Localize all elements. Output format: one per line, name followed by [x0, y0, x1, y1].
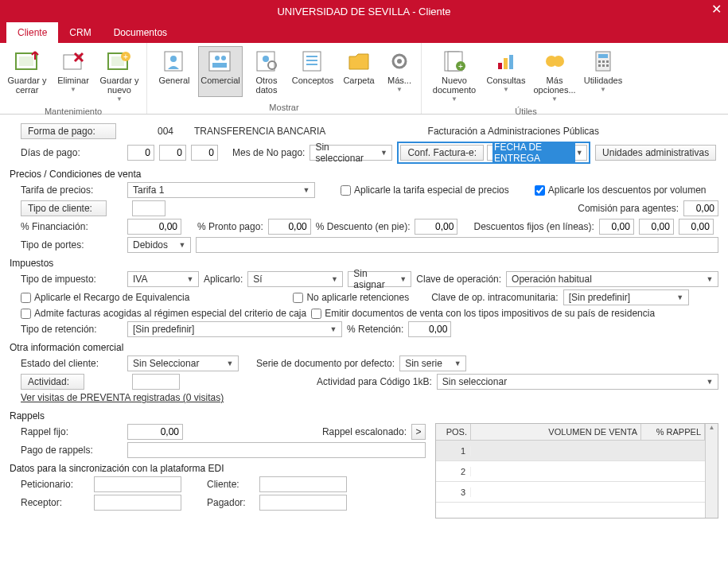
btn-conceptos[interactable]: Conceptos [290, 46, 335, 97]
col-pct: % RAPPEL [641, 424, 705, 440]
desc-fijo-1[interactable] [599, 219, 634, 235]
btn-nuevo-documento[interactable]: + Nuevo documento ▼ [426, 46, 482, 107]
table-row[interactable]: 1 [436, 441, 705, 461]
financiacion-input[interactable] [127, 219, 181, 235]
svg-rect-32 [598, 54, 608, 58]
tipo-cliente-input[interactable] [132, 200, 165, 216]
close-icon[interactable]: ✕ [711, 2, 722, 17]
btn-mas-opciones[interactable]: Más opciones... ▼ [530, 46, 579, 107]
unidades-admin-button[interactable]: Unidades administrativas [595, 145, 716, 161]
pronto-pago-label: % Pronto pago: [197, 221, 263, 232]
conf-facturae-select[interactable]: FECHA DE ENTREGA▼ [487, 145, 587, 161]
col-vol: VOLUMEN DE VENTA [471, 424, 641, 440]
delete-icon [59, 49, 88, 74]
tarifa-select[interactable]: Tarifa 1▼ [127, 182, 315, 198]
tipo-retencion-label: Tipo de retención: [21, 324, 123, 335]
sin-asignar-select[interactable]: Sin asignar▼ [348, 271, 411, 287]
rappel-fijo-input[interactable] [127, 424, 183, 440]
folder-icon [345, 49, 373, 74]
ribbon: Guardar y cerrar Eliminar ▼ + Guardar y … [0, 43, 728, 115]
forma-pago-code: 004 [158, 126, 189, 137]
conf-facturae-button[interactable]: Conf. Factura-e: [400, 145, 484, 161]
chevron-down-icon: ▼ [396, 85, 403, 95]
desc-fijo-2[interactable] [639, 219, 674, 235]
tab-cliente[interactable]: Cliente [6, 22, 58, 43]
aplicarlo-select[interactable]: Sí▼ [247, 271, 343, 287]
tab-documentos[interactable]: Documentos [103, 22, 178, 43]
chk-emitir-docs[interactable]: Emitir documentos de venta con los tipos… [311, 308, 655, 319]
pct-retencion-input[interactable] [408, 321, 451, 337]
serie-select[interactable]: Sin serie▼ [399, 355, 466, 371]
btn-mas[interactable]: Más... ▼ [383, 46, 416, 97]
ribbon-group-label: Mostrar [269, 103, 298, 112]
btn-utilidades[interactable]: Utilidades ▼ [581, 46, 625, 107]
forma-pago-text: TRANSFERENCIA BANCARIA [194, 126, 325, 137]
dias-pago-2[interactable] [159, 145, 186, 161]
chk-recargo[interactable]: Aplicarle el Recargo de Equivalencia [21, 292, 189, 303]
receptor-input[interactable] [94, 495, 181, 511]
visitas-link[interactable]: Ver visitas de PREVENTA registradas (0 v… [21, 392, 224, 403]
content-area: Forma de pago: 004 TRANSFERENCIA BANCARI… [0, 115, 728, 569]
pronto-pago-input[interactable] [268, 219, 311, 235]
clave-op-select[interactable]: Operación habitual▼ [506, 271, 718, 287]
chevron-down-icon: ▼ [177, 241, 187, 249]
tipo-impuesto-select[interactable]: IVA▼ [127, 271, 199, 287]
desc-fijo-3[interactable] [679, 219, 714, 235]
mes-no-pago-select[interactable]: Sin seleccionar▼ [309, 145, 392, 161]
tipo-cliente-button[interactable]: Tipo de cliente: [21, 200, 107, 216]
btn-general[interactable]: General [152, 46, 197, 97]
svg-rect-37 [602, 64, 605, 67]
btn-comercial[interactable]: Comercial [198, 46, 243, 97]
main-tabs: Cliente CRM Documentos [0, 22, 728, 43]
btn-guardar-nuevo[interactable]: + Guardar y nuevo ▼ [97, 46, 142, 107]
chevron-down-icon: ▼ [575, 149, 583, 157]
dias-pago-1[interactable] [127, 145, 154, 161]
actividad-input[interactable] [132, 374, 180, 390]
peticionario-input[interactable] [94, 476, 181, 492]
table-row[interactable]: 2 [436, 461, 705, 482]
descuento-pie-input[interactable] [415, 219, 457, 235]
chevron-down-icon: ▼ [116, 95, 123, 104]
pagador-input[interactable] [259, 495, 347, 511]
comision-input[interactable] [683, 200, 718, 216]
btn-carpeta[interactable]: Carpeta [337, 46, 381, 97]
pago-rappels-input[interactable] [127, 442, 426, 458]
chk-descuentos-vol[interactable]: Aplicarle los descuentos por volumen [535, 185, 707, 196]
chk-criterio-caja[interactable]: Admite facturas acogidas al régimen espe… [21, 308, 306, 319]
new-doc-icon: + [440, 49, 469, 74]
descuentos-fijos-label: Descuentos fijos (en líneas): [473, 221, 594, 232]
clave-intracom-select[interactable]: [Sin predefinir]▼ [563, 289, 689, 305]
table-row[interactable]: 3 [436, 482, 705, 503]
svg-rect-33 [598, 60, 601, 63]
chk-tarifa-especial[interactable]: Aplicarle la tarifa especial de precios [341, 185, 509, 196]
actividad-codigo-select[interactable]: Sin seleccionar▼ [437, 374, 718, 390]
btn-guardar-cerrar[interactable]: Guardar y cerrar [5, 46, 49, 107]
estado-select[interactable]: Sin Seleccionar▼ [127, 355, 239, 371]
btn-consultas[interactable]: Consultas ▼ [484, 46, 528, 107]
tipo-portes-extra[interactable] [196, 237, 718, 253]
forma-pago-button[interactable]: Forma de pago: [21, 123, 116, 139]
svg-point-21 [397, 59, 402, 64]
clave-op-label: Clave de operación: [416, 274, 501, 285]
tipo-portes-label: Tipo de portes: [21, 239, 123, 251]
btn-otros-datos[interactable]: Otros datos [244, 46, 289, 97]
actividad-codigo-label: Actividad para Código 1kB: [317, 376, 432, 387]
dias-pago-3[interactable] [191, 145, 218, 161]
svg-rect-9 [209, 52, 230, 71]
rappel-escalonado-label: Rappel escalonado: [322, 426, 407, 437]
svg-rect-26 [498, 63, 502, 69]
commercial-icon [206, 49, 235, 74]
tipo-retencion-select[interactable]: [Sin predefinir]▼ [127, 321, 342, 337]
rappel-escalonado-button[interactable]: > [411, 424, 426, 440]
actividad-button[interactable]: Actividad: [21, 374, 84, 390]
tipo-portes-select[interactable]: Debidos▼ [127, 237, 191, 253]
scrollbar[interactable]: ▲ [705, 424, 718, 518]
btn-eliminar[interactable]: Eliminar ▼ [51, 46, 95, 107]
chevron-down-icon: ▼ [380, 149, 389, 157]
aplicarlo-label: Aplicarlo: [204, 274, 243, 285]
cliente-input[interactable] [259, 476, 347, 492]
chevron-down-icon: ▼ [451, 95, 457, 104]
chk-no-retenciones[interactable]: No aplicarle retenciones [293, 292, 409, 303]
tab-crm[interactable]: CRM [58, 22, 102, 43]
chevron-down-icon: ▼ [302, 186, 311, 194]
